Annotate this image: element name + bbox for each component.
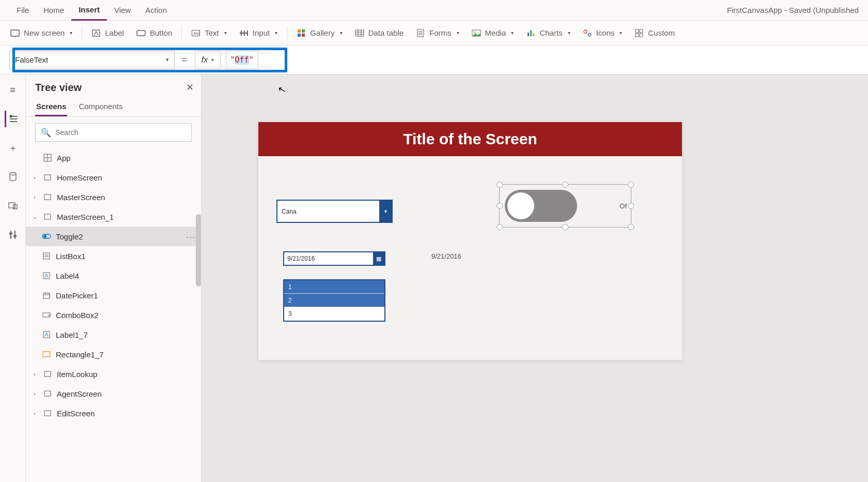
tree-view-icon[interactable] [5,111,21,127]
tree-item-listbox1[interactable]: ListBox1 [26,246,201,266]
cursor-icon: ↖ [276,83,287,96]
svg-rect-25 [530,31,532,36]
combobox-control[interactable]: Cana ▾ [276,200,393,223]
svg-rect-11 [298,34,301,37]
tree-search[interactable]: 🔍 [35,123,192,142]
chevron-right-icon[interactable]: › [31,390,38,397]
resize-handle[interactable] [628,203,634,209]
chevron-right-icon[interactable]: › [31,174,38,180]
button-button[interactable]: Button [130,24,178,42]
resize-handle[interactable] [562,182,568,188]
resize-handle[interactable] [497,182,503,188]
tree-item-masterscreen1[interactable]: ⌄ MasterScreen_1 [26,207,201,227]
chevron-right-icon[interactable]: › [31,371,38,377]
tree-item-datepicker1[interactable]: DatePicker1 [26,285,201,305]
label-button[interactable]: Label [85,24,130,42]
close-icon[interactable]: ✕ [186,82,194,93]
text-button[interactable]: Abc Text ▾ [185,24,233,42]
tree-item-homescreen[interactable]: › HomeScreen [26,168,201,187]
menu-action[interactable]: Action [138,0,174,21]
tree-item-agentscreen[interactable]: › AgentScreen [26,384,201,403]
tree-label: EditScreen [57,409,95,418]
icons-icon [583,28,592,38]
data-table-button[interactable]: Data table [349,24,410,42]
tree-item-rectangle1-7[interactable]: Rectangle1_7 [26,344,201,364]
toggle-selection-box[interactable]: Of [499,184,631,228]
more-icon[interactable]: ··· [186,232,196,241]
icons-button[interactable]: Icons ▾ [577,24,629,42]
listbox-control[interactable]: 1 2 3 [283,279,385,322]
screen-canvas[interactable]: Title of the Screen Cana ▾ 9/21/2016 ▦ 9… [258,122,682,360]
fx-button[interactable]: fx ▾ [195,51,221,69]
advanced-tools-icon[interactable] [5,227,21,243]
calendar-icon[interactable]: ▦ [373,252,384,265]
tree-item-combobox2[interactable]: ComboBox2 [26,305,201,325]
charts-button[interactable]: Charts ▾ [520,24,576,42]
menu-insert[interactable]: Insert [71,0,107,21]
tree-item-app[interactable]: App [26,148,201,168]
tree-label: MasterScreen_1 [57,213,114,221]
tree-item-toggle2[interactable]: Toggle2 ··· [26,227,201,246]
gallery-button[interactable]: Gallery ▾ [290,24,349,42]
svg-text:Abc: Abc [193,31,200,36]
formula-input[interactable]: "Off" [226,51,258,69]
chevron-right-icon[interactable]: › [31,194,38,200]
svg-point-46 [43,235,47,238]
scrollbar-thumb[interactable] [196,214,201,287]
custom-button[interactable]: Custom [628,24,681,42]
screen-icon [42,174,53,180]
tab-components[interactable]: Components [78,98,123,116]
resize-handle[interactable] [497,224,503,230]
listbox-icon [41,252,52,260]
svg-rect-31 [640,34,643,37]
data-icon[interactable] [5,169,21,185]
tab-screens[interactable]: Screens [35,98,67,116]
list-item[interactable]: 2 [284,294,384,307]
svg-rect-8 [247,31,248,36]
toggle-knob[interactable] [507,192,534,219]
charts-btn-label: Charts [539,28,562,37]
toggle-control[interactable] [505,190,577,222]
chevron-down-icon: ▾ [568,30,570,36]
tree-label: DatePicker1 [56,291,98,300]
tree-item-itemlookup[interactable]: › ItemLookup [26,364,201,384]
plus-icon[interactable]: ＋ [5,140,21,156]
list-item[interactable]: 3 [284,307,384,321]
menu-view[interactable]: View [107,0,138,21]
tree-item-masterscreen[interactable]: › MasterScreen [26,187,201,207]
property-dropdown[interactable]: FalseText ▾ [9,51,175,69]
datepicker-value: 9/21/2016 [284,255,373,262]
forms-button[interactable]: Forms ▾ [410,24,466,42]
chevron-down-icon[interactable]: ⌄ [31,214,38,220]
resize-handle[interactable] [497,203,503,209]
svg-point-27 [584,30,587,33]
new-screen-button[interactable]: New screen ▾ [4,24,79,42]
resize-handle[interactable] [562,224,568,230]
tree-item-label4[interactable]: Label4 [26,266,201,285]
hamburger-icon[interactable]: ≡ [5,82,21,98]
chevron-down-icon: ▾ [511,30,514,36]
property-name: FalseText [15,55,48,64]
resize-handle[interactable] [628,224,634,230]
combobox-value: Cana [277,208,379,215]
tree-item-editscreen[interactable]: › EditScreen [26,403,201,423]
menu-file[interactable]: File [9,0,36,21]
input-button[interactable]: Input ▾ [233,24,284,42]
tree-label: MasterScreen [57,193,105,202]
search-input[interactable] [55,128,186,137]
tree-label: Toggle2 [56,232,83,241]
screen-icon [42,214,53,220]
chevron-down-icon: ▾ [166,56,169,63]
menu-home[interactable]: Home [36,0,71,21]
tree-item-label1-7[interactable]: Label1_7 [26,325,201,344]
svg-rect-30 [636,34,639,37]
chevron-right-icon[interactable]: › [31,410,38,416]
media-button[interactable]: Media ▾ [466,24,520,42]
datepicker-control[interactable]: 9/21/2016 ▦ [283,251,385,266]
resize-handle[interactable] [628,182,634,188]
canvas-area[interactable]: ↖ Title of the Screen Cana ▾ 9/21/2016 ▦… [202,74,868,482]
chevron-down-icon[interactable]: ▾ [379,201,392,222]
media-rail-icon[interactable] [5,198,21,214]
list-item[interactable]: 1 [284,280,384,294]
svg-rect-33 [9,203,15,208]
